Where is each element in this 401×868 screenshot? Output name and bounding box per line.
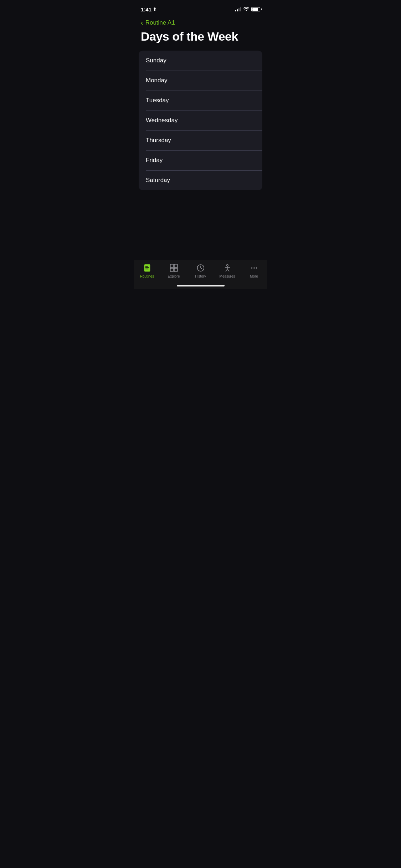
home-indicator [177, 285, 225, 286]
svg-point-15 [251, 267, 252, 269]
history-icon [196, 263, 206, 273]
list-item[interactable]: Thursday [139, 130, 262, 150]
tab-routines[interactable]: Routines [134, 263, 160, 278]
tab-history-label: History [195, 274, 206, 278]
svg-rect-2 [145, 267, 149, 268]
list-item[interactable]: Friday [139, 150, 262, 170]
signal-icon [235, 7, 241, 11]
wifi-icon [243, 7, 249, 12]
location-icon: ⬆ [153, 7, 156, 12]
tab-measures-label: Measures [220, 274, 235, 278]
page-title: Days of the Week [134, 28, 267, 51]
svg-rect-7 [170, 268, 173, 272]
tab-explore[interactable]: Explore [160, 263, 187, 278]
routines-icon [142, 263, 152, 273]
svg-rect-1 [145, 266, 148, 267]
svg-line-13 [226, 269, 227, 272]
back-chevron-icon: ‹ [141, 19, 143, 27]
explore-icon [169, 263, 179, 273]
list-item[interactable]: Sunday [139, 51, 262, 71]
back-navigation[interactable]: ‹ Routine A1 [134, 16, 267, 28]
time-display: 1:41 [141, 6, 151, 12]
tab-more-label: More [250, 274, 258, 278]
svg-point-4 [144, 266, 145, 267]
tab-history[interactable]: History [187, 263, 214, 278]
list-item[interactable]: Saturday [139, 170, 262, 190]
svg-line-14 [227, 269, 229, 272]
tab-routines-label: Routines [140, 274, 154, 278]
svg-rect-8 [174, 268, 177, 272]
list-item[interactable]: Wednesday [139, 110, 262, 130]
svg-point-17 [256, 267, 257, 269]
measures-icon [222, 263, 232, 273]
list-item[interactable]: Monday [139, 71, 262, 91]
svg-rect-3 [145, 269, 148, 269]
status-time: 1:41 ⬆ [141, 6, 156, 12]
tab-explore-label: Explore [168, 274, 180, 278]
tab-measures[interactable]: Measures [214, 263, 241, 278]
tab-more[interactable]: More [241, 263, 267, 278]
list-item[interactable]: Tuesday [139, 91, 262, 110]
more-icon [249, 263, 259, 273]
status-icons [235, 7, 260, 12]
svg-rect-6 [174, 264, 177, 268]
battery-icon [251, 7, 260, 11]
back-label: Routine A1 [145, 19, 175, 26]
svg-rect-5 [170, 264, 173, 268]
svg-point-16 [253, 267, 255, 269]
days-list: Sunday Monday Tuesday Wednesday Thursday… [139, 51, 262, 190]
status-bar: 1:41 ⬆ [134, 0, 267, 16]
